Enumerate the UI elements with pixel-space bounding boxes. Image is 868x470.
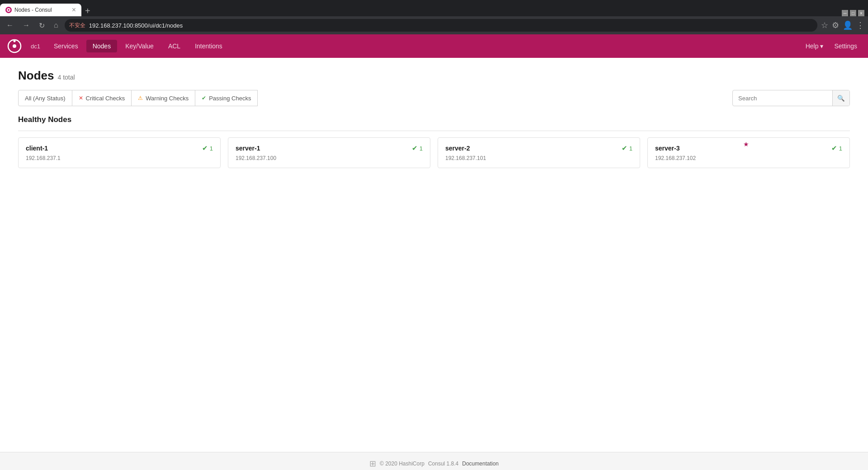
filter-all-button[interactable]: All (Any Status) bbox=[18, 90, 72, 106]
node-card-server-3[interactable]: ★ server-3 ✔ 1 192.168.237.102 bbox=[647, 137, 850, 168]
filter-warning-button[interactable]: ⚠ Warning Checks bbox=[132, 90, 195, 106]
svg-point-2 bbox=[14, 40, 16, 42]
tab-favicon bbox=[5, 7, 12, 13]
node-card-server-1[interactable]: server-1 ✔ 1 192.168.237.100 bbox=[228, 137, 430, 168]
tab-close-button[interactable]: × bbox=[72, 6, 76, 14]
documentation-link[interactable]: Documentation bbox=[462, 461, 499, 467]
page-title: Nodes4 total bbox=[18, 69, 850, 83]
search-button[interactable]: 🔍 bbox=[832, 90, 849, 106]
leader-star-icon: ★ bbox=[743, 141, 749, 148]
node-check-count: ✔ 1 bbox=[622, 144, 632, 152]
help-button[interactable]: Help ▾ bbox=[802, 41, 827, 52]
check-passing-icon: ✔ bbox=[831, 144, 837, 152]
nav-right: Help ▾ Settings bbox=[802, 41, 861, 52]
reload-button[interactable]: ↻ bbox=[36, 20, 47, 31]
healthy-nodes-title: Healthy Nodes bbox=[18, 115, 850, 124]
node-check-count: ✔ 1 bbox=[831, 144, 842, 152]
node-check-count: ✔ 1 bbox=[412, 144, 423, 152]
address-bar: ← → ↻ ⌂ 不安全 192.168.237.100:8500/ui/dc1/… bbox=[0, 16, 868, 34]
address-text: 192.168.237.100:8500/ui/dc1/nodes bbox=[89, 22, 183, 29]
node-check-count: ✔ 1 bbox=[202, 144, 213, 152]
footer: ⊞ © 2020 HashiCorp Consul 1.8.4 Document… bbox=[0, 452, 868, 470]
nav-item-keyvalue[interactable]: Key/Value bbox=[119, 40, 160, 52]
tab-title: Nodes - Consul bbox=[14, 7, 52, 13]
minimize-button[interactable]: ─ bbox=[842, 10, 848, 16]
filter-passing-button[interactable]: ✔ Passing Checks bbox=[195, 90, 258, 106]
footer-copyright: © 2020 HashiCorp bbox=[380, 461, 425, 467]
node-card-server-2[interactable]: server-2 ✔ 1 192.168.237.101 bbox=[438, 137, 640, 168]
hashicorp-logo-icon: ⊞ bbox=[369, 459, 376, 469]
critical-icon: ✕ bbox=[79, 95, 83, 101]
svg-point-1 bbox=[13, 44, 16, 48]
filter-passing-label: Passing Checks bbox=[209, 95, 251, 102]
nav-item-nodes[interactable]: Nodes bbox=[86, 40, 117, 52]
home-button[interactable]: ⌂ bbox=[51, 20, 61, 30]
nav-item-intentions[interactable]: Intentions bbox=[189, 40, 229, 52]
window-controls: ─ □ × bbox=[842, 10, 868, 16]
node-header: server-1 ✔ 1 bbox=[236, 144, 423, 152]
bookmark-icon[interactable]: ☆ bbox=[821, 20, 828, 30]
back-button[interactable]: ← bbox=[4, 20, 16, 30]
address-input[interactable]: 不安全 192.168.237.100:8500/ui/dc1/nodes bbox=[65, 19, 817, 32]
section-divider bbox=[18, 131, 850, 131]
filter-critical-button[interactable]: ✕ Critical Checks bbox=[72, 90, 132, 106]
node-header: server-2 ✔ 1 bbox=[445, 144, 632, 152]
search-input-wrap: 🔍 bbox=[732, 90, 850, 106]
nav-item-acl[interactable]: ACL bbox=[162, 40, 187, 52]
extension-icon[interactable]: ⚙ bbox=[832, 20, 839, 30]
new-tab-button[interactable]: + bbox=[81, 6, 94, 16]
node-card-client-1[interactable]: client-1 ✔ 1 192.168.237.1 bbox=[18, 137, 221, 168]
check-passing-icon: ✔ bbox=[202, 144, 208, 152]
nodes-grid: client-1 ✔ 1 192.168.237.1 server-1 ✔ 1 bbox=[18, 137, 850, 168]
browser-right-icons: ☆ ⚙ 👤 ⋮ bbox=[821, 20, 864, 30]
check-passing-icon: ✔ bbox=[622, 144, 627, 152]
node-name: server-2 bbox=[445, 145, 470, 152]
app-nav: dc1 Services Nodes Key/Value ACL Intenti… bbox=[0, 34, 868, 58]
account-icon[interactable]: 👤 bbox=[843, 20, 853, 30]
node-ip: 192.168.237.100 bbox=[236, 155, 423, 161]
menu-icon[interactable]: ⋮ bbox=[856, 20, 864, 30]
filters-row: All (Any Status) ✕ Critical Checks ⚠ War… bbox=[18, 90, 850, 106]
tab-bar: Nodes - Consul × + ─ □ × bbox=[0, 0, 868, 16]
warning-icon: ⚠ bbox=[138, 95, 143, 101]
search-area: 🔍 bbox=[732, 90, 850, 106]
insecure-label: 不安全 bbox=[69, 22, 85, 29]
total-count: 4 total bbox=[57, 74, 75, 81]
node-name: client-1 bbox=[26, 145, 48, 152]
search-input[interactable] bbox=[733, 92, 832, 104]
forward-button[interactable]: → bbox=[20, 20, 33, 30]
footer-version: Consul 1.8.4 bbox=[428, 461, 458, 467]
node-ip: 192.168.237.1 bbox=[26, 155, 213, 161]
healthy-nodes-section: Healthy Nodes client-1 ✔ 1 192.168.237.1… bbox=[18, 115, 850, 168]
close-button[interactable]: × bbox=[858, 10, 864, 16]
check-passing-icon: ✔ bbox=[412, 144, 418, 152]
node-name: server-3 bbox=[655, 145, 680, 152]
main-content: Nodes4 total All (Any Status) ✕ Critical… bbox=[0, 58, 868, 452]
browser-tab[interactable]: Nodes - Consul × bbox=[0, 4, 81, 16]
dc-label: dc1 bbox=[27, 41, 44, 52]
node-header: client-1 ✔ 1 bbox=[26, 144, 213, 152]
node-ip: 192.168.237.102 bbox=[655, 155, 842, 161]
node-ip: 192.168.237.101 bbox=[445, 155, 632, 161]
maximize-button[interactable]: □ bbox=[850, 10, 856, 16]
node-name: server-1 bbox=[236, 145, 260, 152]
filter-warning-label: Warning Checks bbox=[146, 95, 189, 102]
filter-all-label: All (Any Status) bbox=[25, 95, 66, 102]
nav-item-services[interactable]: Services bbox=[47, 40, 85, 52]
passing-icon: ✔ bbox=[202, 95, 206, 101]
browser-chrome: Nodes - Consul × + ─ □ × ← → ↻ ⌂ 不安全 192… bbox=[0, 0, 868, 34]
filter-critical-label: Critical Checks bbox=[86, 95, 125, 102]
settings-button[interactable]: Settings bbox=[830, 41, 861, 52]
consul-logo bbox=[7, 39, 22, 53]
